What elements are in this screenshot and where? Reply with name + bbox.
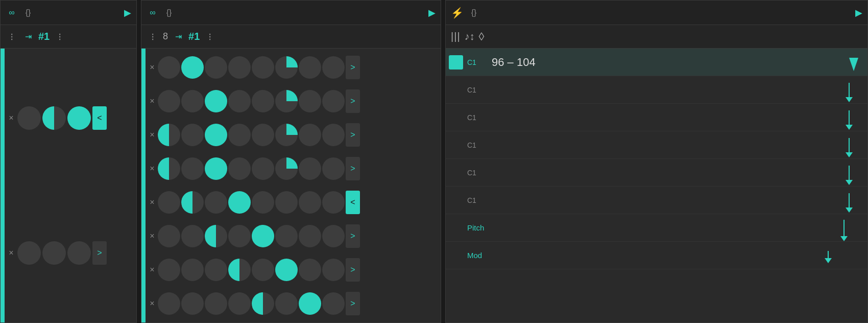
- cell-p2-4-6[interactable]: [275, 157, 298, 180]
- nav-fwd-p2-4[interactable]: >: [346, 157, 360, 180]
- cell-p2-1-2[interactable]: [181, 56, 204, 79]
- cell-p2-1-5[interactable]: [252, 56, 274, 79]
- note-slider-3[interactable]: [834, 110, 864, 125]
- infinity-icon-2[interactable]: ∞: [147, 7, 159, 19]
- cell-p2-5-8[interactable]: [322, 191, 345, 214]
- cell-p2-5-3[interactable]: [205, 191, 227, 214]
- cell-p2-3-1[interactable]: [158, 124, 180, 146]
- cell-p2-5-1[interactable]: [158, 191, 180, 214]
- cell-p2-6-5[interactable]: [252, 225, 274, 247]
- play-icon[interactable]: ▶: [124, 7, 131, 18]
- expand-icon[interactable]: ⁝: [54, 31, 66, 43]
- cell-p2-2-3[interactable]: [205, 90, 227, 112]
- cell-p2-8-4[interactable]: [228, 292, 251, 315]
- nav-fwd-p2-8[interactable]: >: [346, 292, 360, 315]
- row-mute-p2-8[interactable]: ×: [148, 299, 157, 308]
- piano-roll-icon[interactable]: |||: [451, 31, 461, 42]
- cell-p2-1-6[interactable]: [275, 56, 298, 79]
- cell-p2-2-2[interactable]: [181, 90, 204, 112]
- cell-p2-7-1[interactable]: [158, 259, 180, 281]
- pitch-slider[interactable]: [824, 220, 864, 236]
- cell-p2-6-1[interactable]: [158, 225, 180, 247]
- nav-fwd-p2-6[interactable]: >: [346, 224, 360, 248]
- cell-p2-7-2[interactable]: [181, 259, 204, 281]
- cell-p2-8-3[interactable]: [205, 292, 227, 315]
- cell-p2-1-1[interactable]: [158, 56, 180, 79]
- row-mute-p2-4[interactable]: ×: [148, 164, 157, 173]
- nav-fwd-p2-2[interactable]: >: [346, 89, 360, 113]
- cell-p2-1-8[interactable]: [322, 56, 345, 79]
- cell-1-2[interactable]: [42, 106, 66, 130]
- cell-p2-4-5[interactable]: [252, 157, 274, 180]
- cell-p2-3-2[interactable]: [181, 124, 204, 146]
- cell-p2-6-2[interactable]: [181, 225, 204, 247]
- row-mute-p2-1[interactable]: ×: [148, 63, 157, 72]
- cell-p2-6-7[interactable]: [299, 225, 321, 247]
- note-row-4[interactable]: C1: [446, 131, 867, 159]
- note-row-mod[interactable]: Mod: [446, 242, 867, 269]
- nav-fwd-btn-2[interactable]: >: [92, 241, 107, 265]
- cell-p2-5-2[interactable]: [181, 191, 204, 214]
- cell-p2-2-1[interactable]: [158, 90, 180, 112]
- cell-p2-4-4[interactable]: [228, 157, 251, 180]
- cell-p2-4-3[interactable]: [205, 157, 227, 180]
- nav-fwd-p2-3[interactable]: >: [346, 123, 360, 147]
- cell-p2-3-6[interactable]: [275, 124, 298, 146]
- mod-slider[interactable]: [824, 251, 864, 260]
- cell-p2-2-6[interactable]: [275, 90, 298, 112]
- infinity-icon[interactable]: ∞: [6, 7, 18, 19]
- nav-fwd-p2-1[interactable]: >: [346, 56, 360, 79]
- cell-p2-8-1[interactable]: [158, 292, 180, 315]
- note-row-5[interactable]: C1: [446, 159, 867, 187]
- braces-icon[interactable]: {}: [22, 7, 34, 19]
- cell-1-3[interactable]: [67, 106, 91, 130]
- row-mute-p2-2[interactable]: ×: [148, 97, 157, 106]
- cell-p2-7-5[interactable]: [252, 259, 274, 281]
- cell-p2-2-8[interactable]: [322, 90, 345, 112]
- cell-p2-8-8[interactable]: [322, 292, 345, 315]
- cell-p2-7-4[interactable]: [228, 259, 251, 281]
- cell-p2-7-7[interactable]: [299, 259, 321, 281]
- cell-p2-4-2[interactable]: [181, 157, 204, 180]
- cell-2-1[interactable]: [17, 241, 41, 265]
- note-slider-4[interactable]: [834, 138, 864, 152]
- row-mute-p2-3[interactable]: ×: [148, 130, 157, 140]
- cell-p2-6-8[interactable]: [322, 225, 345, 247]
- note-slider-6[interactable]: [834, 193, 864, 207]
- note-row-pitch[interactable]: Pitch: [446, 214, 867, 242]
- cell-p2-5-4[interactable]: [228, 191, 251, 214]
- cell-p2-7-3[interactable]: [205, 259, 227, 281]
- play-icon-2[interactable]: ▶: [428, 7, 436, 18]
- row-mute-p2-7[interactable]: ×: [148, 265, 157, 274]
- nav-back-btn-1[interactable]: <: [92, 106, 107, 130]
- cell-p2-3-5[interactable]: [252, 124, 274, 146]
- note-slider-5[interactable]: [834, 166, 864, 180]
- cell-p2-2-5[interactable]: [252, 90, 274, 112]
- play-icon-3[interactable]: ▶: [855, 7, 862, 18]
- cell-p2-1-7[interactable]: [299, 56, 321, 79]
- note-row-1[interactable]: C1 96 – 104: [446, 49, 867, 76]
- input-icon[interactable]: ⇥: [22, 31, 34, 43]
- cell-p2-3-3[interactable]: [205, 124, 227, 146]
- braces-icon-2[interactable]: {}: [163, 7, 175, 19]
- cell-p2-5-5[interactable]: [252, 191, 274, 214]
- cell-p2-1-3[interactable]: [205, 56, 227, 79]
- note-row-2[interactable]: C1: [446, 76, 867, 104]
- grid-icon-2[interactable]: ⁝: [147, 31, 159, 43]
- cell-p2-6-3[interactable]: [205, 225, 227, 247]
- note-icon[interactable]: ♪↕: [465, 31, 475, 42]
- cell-p2-3-7[interactable]: [299, 124, 321, 146]
- cell-p2-6-4[interactable]: [228, 225, 251, 247]
- cell-p2-8-6[interactable]: [275, 292, 298, 315]
- nav-fwd-p2-7[interactable]: >: [346, 258, 360, 282]
- note-row-3[interactable]: C1: [446, 104, 867, 131]
- cell-p2-3-4[interactable]: [228, 124, 251, 146]
- nav-back-p2-5[interactable]: <: [346, 191, 360, 214]
- cell-1-1[interactable]: [17, 106, 41, 130]
- grid-icon[interactable]: ⁝: [6, 31, 18, 43]
- cell-p2-1-4[interactable]: [228, 56, 251, 79]
- row-mute-p2-5[interactable]: ×: [148, 198, 157, 207]
- cell-p2-7-8[interactable]: [322, 259, 345, 281]
- cell-p2-8-2[interactable]: [181, 292, 204, 315]
- cell-p2-7-6[interactable]: [275, 259, 298, 281]
